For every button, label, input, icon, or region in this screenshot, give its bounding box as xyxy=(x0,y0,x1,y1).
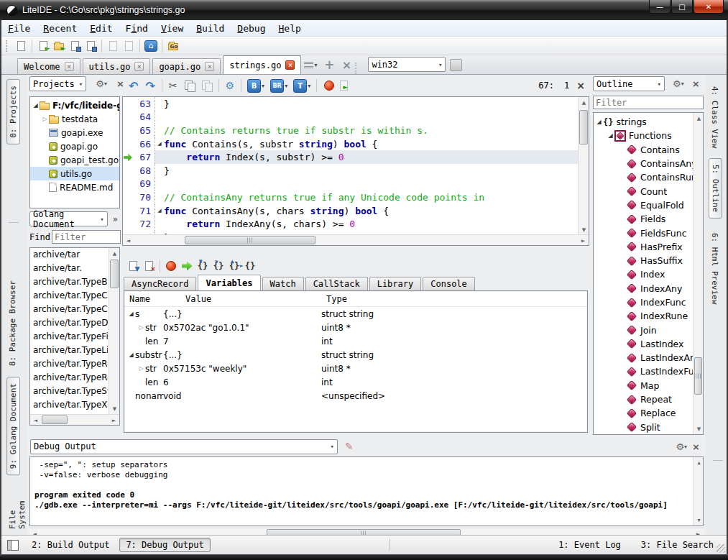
scroll-up-arrow[interactable]: ▲ xyxy=(579,97,589,108)
title-bar[interactable]: LiteIDE - C:\Go\src\pkg\strings\strings.… xyxy=(0,0,728,20)
build-config-button[interactable]: ⚙ xyxy=(222,80,239,91)
scroll-down-arrow[interactable]: ▼ xyxy=(579,224,589,235)
projects-menu-button[interactable]: ⚙ ▾ xyxy=(93,78,109,89)
line-number[interactable]: 67 xyxy=(133,152,155,162)
stop-debug-button[interactable] xyxy=(163,258,179,274)
copy-button[interactable] xyxy=(185,81,195,91)
redo-button[interactable]: ↷ xyxy=(142,79,158,93)
outline-item[interactable]: Map xyxy=(594,379,703,393)
save-all-button[interactable] xyxy=(83,38,98,54)
tree-expander-icon[interactable]: ◢ xyxy=(607,132,614,139)
maximize-button[interactable]: □ xyxy=(671,0,693,14)
test-dropdown[interactable]: ▾ xyxy=(307,83,313,89)
tab-console[interactable]: Console xyxy=(423,277,475,290)
outline-item[interactable]: Count xyxy=(594,184,703,198)
list-item[interactable]: archive/tar xyxy=(30,248,108,262)
code-editor[interactable]: 63}6465// Contains returns true if subst… xyxy=(122,96,589,246)
tab-callstack[interactable]: CallStack xyxy=(305,277,368,290)
statusbar-2-build-output[interactable]: 2: Build Output xyxy=(26,538,115,551)
tab-close-icon[interactable]: × xyxy=(285,60,295,70)
dock-tab-6-html-preview[interactable]: 6: Html Preview xyxy=(709,227,721,310)
outline-item[interactable]: Join xyxy=(594,323,703,336)
dock-tab-5-outline[interactable]: 5: Outline xyxy=(709,158,722,219)
line-number[interactable]: 68 xyxy=(133,165,155,176)
run-to-cursor-button[interactable]: {}► xyxy=(242,258,258,274)
godoc-button[interactable]: Go xyxy=(165,38,181,54)
resize-grip[interactable] xyxy=(717,544,725,553)
menu-item-recent[interactable]: Recent xyxy=(37,22,83,35)
tree-expander-icon[interactable]: ◢ xyxy=(595,119,603,125)
tab-utils-go[interactable]: utils.go× xyxy=(83,58,151,74)
outline-item[interactable]: HasSuffix xyxy=(594,254,703,267)
list-item[interactable]: archive/tar.TypeSymlink xyxy=(30,385,108,398)
statusbar-7-debug-output[interactable]: 7: Debug Output xyxy=(119,538,210,552)
new-tab-button[interactable]: + xyxy=(321,57,338,73)
undo-button[interactable]: ↶ xyxy=(125,79,142,93)
outline-item[interactable]: Replace xyxy=(594,406,703,420)
close-file-button[interactable] xyxy=(121,38,137,54)
scroll-up-arrow[interactable]: ▲ xyxy=(109,248,120,259)
build-run-dropdown[interactable]: ▾ xyxy=(284,83,290,89)
scroll-down-arrow[interactable]: ▼ xyxy=(694,515,704,525)
outline-item[interactable]: HasPrefix xyxy=(594,240,703,254)
breakpoint-toggle-button[interactable]: ▼ xyxy=(125,258,141,274)
paste-button[interactable] xyxy=(202,81,212,91)
dock-tab-4-class-view[interactable]: 4: Class View xyxy=(709,81,721,154)
output-close-button[interactable]: × xyxy=(689,441,703,452)
doclist-vscroll-thumb[interactable] xyxy=(110,260,119,288)
scroll-down-arrow[interactable]: ▼ xyxy=(109,403,120,414)
outline-item[interactable]: IndexRune xyxy=(594,309,703,323)
tree-item[interactable]: README.md xyxy=(30,180,119,194)
outline-view-combo[interactable]: Outline ▾ xyxy=(593,76,665,91)
cut-button[interactable]: ✂ xyxy=(165,80,181,91)
test-button[interactable]: T xyxy=(293,79,307,93)
variable-row[interactable]: ◢s{...}struct string xyxy=(124,307,587,321)
line-number[interactable]: 65 xyxy=(133,125,155,136)
tab-close-icon[interactable]: × xyxy=(65,62,74,71)
outline-item[interactable]: ContainsRune xyxy=(594,170,703,184)
line-number[interactable]: 64 xyxy=(133,111,155,122)
outline-item[interactable]: Fields xyxy=(594,212,703,226)
line-number[interactable]: 66 xyxy=(133,139,155,150)
build-run-button[interactable]: BR xyxy=(270,79,284,93)
target-env-combo[interactable]: win32▾ xyxy=(368,57,446,72)
tree-item[interactable]: ▷testdata xyxy=(30,112,119,126)
output-menu-button[interactable]: ⚙ ▾ xyxy=(673,441,689,452)
outline-item[interactable]: Repeat xyxy=(594,393,703,406)
list-item[interactable]: archive/tar.TypeCont xyxy=(30,303,108,316)
editor-vscroll-thumb[interactable] xyxy=(579,110,588,144)
toggle-panels-icon[interactable] xyxy=(7,540,19,551)
document-filter-input[interactable] xyxy=(52,230,121,244)
tree-item[interactable]: utils.go xyxy=(30,167,119,180)
continue-button[interactable] xyxy=(179,258,195,274)
outline-close-button[interactable]: × xyxy=(689,78,703,89)
dock-tab-file-system[interactable]: File System xyxy=(6,472,28,535)
tab-close-icon[interactable]: × xyxy=(205,62,214,71)
breakpoint-clear-button[interactable]: × xyxy=(141,258,157,274)
list-item[interactable]: archive/tar.TypeRegA xyxy=(30,371,108,385)
statusbar-1-event-log[interactable]: 1: Event Log xyxy=(558,540,621,550)
menu-item-build[interactable]: Build xyxy=(190,22,231,35)
outline-item[interactable]: ContainsAny xyxy=(594,157,703,170)
statusbar-3-file-search[interactable]: 3: File Search xyxy=(641,540,714,550)
tab-watch[interactable]: Watch xyxy=(262,277,304,290)
stop-debug-button[interactable] xyxy=(324,81,334,91)
outline-item[interactable]: LastIndexFunc xyxy=(594,364,703,378)
list-item[interactable]: archive/tar.TypeFifo xyxy=(30,330,108,344)
outline-item[interactable]: Split xyxy=(594,421,703,434)
variable-row[interactable]: ▷str0x5702ac "go1.0.1"uint8 * xyxy=(124,321,587,334)
tab-Welcome[interactable]: Welcome× xyxy=(17,58,80,74)
build-dropdown[interactable]: ▾ xyxy=(261,83,267,89)
tab-variables[interactable]: Variables xyxy=(198,275,260,290)
outline-item[interactable]: IndexAny xyxy=(594,282,703,295)
scroll-right-arrow[interactable]: ► xyxy=(578,235,589,246)
outline-item[interactable]: IndexFunc xyxy=(594,295,703,309)
variable-row[interactable]: ▷str0x57153c "weekly"uint8 * xyxy=(124,362,587,375)
tree-item[interactable]: goapi.exe xyxy=(30,126,119,139)
debug-start-button[interactable]: ► xyxy=(338,80,349,91)
list-item[interactable]: archive/tar. xyxy=(30,262,108,275)
outline-item[interactable]: Index xyxy=(594,267,703,281)
line-number[interactable]: 72 xyxy=(133,219,155,229)
tree-expander-icon[interactable]: ▷ xyxy=(41,116,49,122)
outline-item[interactable]: LastIndex xyxy=(594,337,703,351)
